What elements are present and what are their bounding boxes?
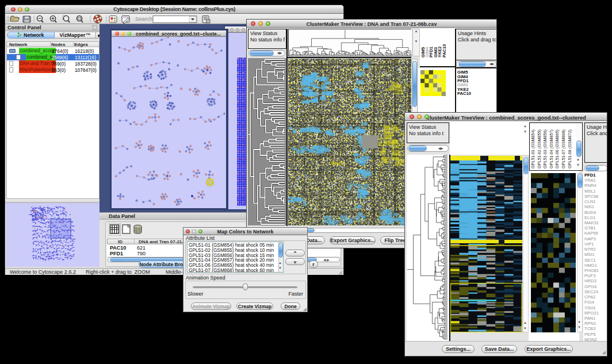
svg-text:PAC10: PAC10: [442, 44, 447, 58]
svg-text:GPL51-08 (GSM872): GPL51-08 (GSM872): [567, 129, 572, 168]
svg-text:GPL51-06 (GSM865): GPL51-06 (GSM865): [554, 129, 560, 168]
svg-text:GPL51-07 (GSM868): GPL51-07 (GSM868): [561, 129, 566, 168]
svg-text:GPL51-03 (GSM856): GPL51-03 (GSM856): [542, 129, 548, 168]
svg-text:Search:: Search:: [135, 16, 154, 22]
svg-text:GPL51-02 (GSM855): GPL51-02 (GSM855): [537, 129, 542, 168]
svg-text:GPL51-04 (GSM857): GPL51-04 (GSM857): [549, 129, 554, 168]
svg-text:GPL51-01 (GSM854): GPL51-01 (GSM854): [530, 129, 536, 168]
